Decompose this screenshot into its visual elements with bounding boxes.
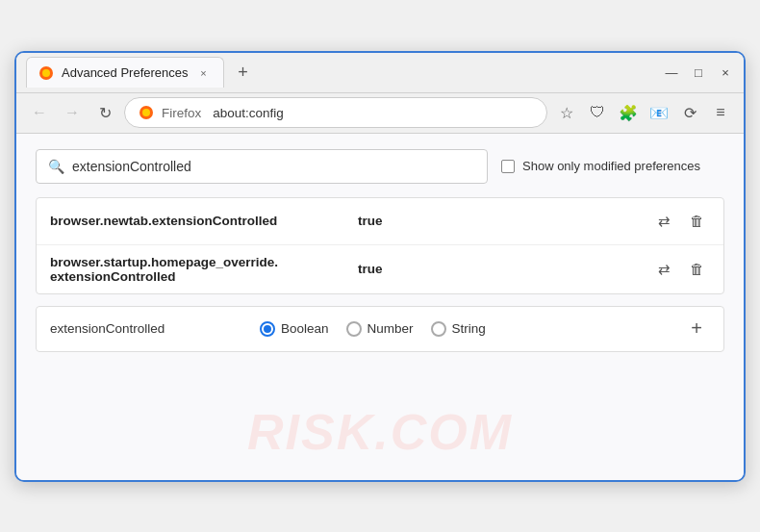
bookmark-icon[interactable]: ☆ (553, 99, 580, 126)
new-pref-name: extensionControlled (50, 321, 242, 336)
tab-favicon-icon (38, 65, 54, 81)
extension-icon[interactable]: 🧩 (615, 99, 642, 126)
shield-icon[interactable]: 🛡 (584, 99, 611, 126)
back-button[interactable]: ← (26, 99, 53, 126)
window-controls: — □ × (663, 63, 734, 81)
sync-icon[interactable]: ⟳ (676, 99, 703, 126)
browser-window: Advanced Preferences × + — □ × ← → ↻ Fir… (14, 51, 746, 482)
search-input[interactable]: extensionControlled (72, 159, 475, 174)
toolbar-icons: ☆ 🛡 🧩 📧 ⟳ ≡ (553, 99, 734, 126)
pref-value-1: true (358, 214, 641, 228)
search-icon: 🔍 (48, 159, 64, 174)
table-row: browser.startup.homepage_override. exten… (37, 245, 723, 293)
svg-point-3 (142, 109, 150, 116)
reload-button[interactable]: ↻ (91, 99, 118, 126)
search-box[interactable]: 🔍 extensionControlled (36, 149, 488, 184)
type-radio-group: Boolean Number String (260, 321, 486, 337)
page-content: 🔍 extensionControlled Show only modified… (16, 134, 744, 480)
delete-button-1[interactable]: 🗑 (683, 208, 710, 235)
pref-name-1: browser.newtab.extensionControlled (50, 214, 348, 228)
menu-icon[interactable]: ≡ (707, 99, 734, 126)
pref-name-2: browser.startup.homepage_override. exten… (50, 255, 348, 284)
boolean-radio[interactable]: Boolean (260, 321, 329, 337)
new-preference-row: extensionControlled Boolean Number Strin… (36, 306, 724, 352)
modified-preferences-row[interactable]: Show only modified preferences (501, 159, 700, 173)
pref-name-2-line2: extensionControlled (50, 269, 176, 284)
search-row: 🔍 extensionControlled Show only modified… (36, 149, 724, 184)
string-label: String (452, 321, 486, 336)
firefox-logo-icon (139, 105, 154, 120)
add-preference-button[interactable]: + (683, 316, 710, 342)
row-actions-2: ⇄ 🗑 (650, 256, 710, 283)
tab-title: Advanced Preferences (62, 65, 189, 80)
swap-button-1[interactable]: ⇄ (650, 208, 677, 235)
number-label: Number (367, 321, 414, 336)
modified-checkbox[interactable] (501, 160, 515, 173)
new-tab-button[interactable]: + (230, 59, 257, 86)
svg-point-1 (42, 69, 50, 77)
forward-button[interactable]: → (59, 99, 86, 126)
modified-label: Show only modified preferences (522, 159, 700, 173)
address-path: about:config (213, 106, 284, 120)
number-radio[interactable]: Number (346, 321, 414, 337)
string-radio[interactable]: String (431, 321, 486, 337)
address-bar[interactable]: Firefox about:config (124, 97, 547, 128)
pref-value-2: true (358, 262, 641, 276)
browser-tab[interactable]: Advanced Preferences × (26, 57, 224, 88)
mail-icon[interactable]: 📧 (646, 99, 672, 126)
pref-name-2-line1: browser.startup.homepage_override. (50, 255, 278, 269)
results-table: browser.newtab.extensionControlled true … (36, 197, 724, 294)
address-text: Firefox about:config (162, 106, 284, 120)
maximize-button[interactable]: □ (690, 63, 707, 81)
swap-button-2[interactable]: ⇄ (650, 256, 677, 283)
watermark: RISK.COM (247, 403, 513, 461)
minimize-button[interactable]: — (663, 63, 680, 81)
navigation-bar: ← → ↻ Firefox about:config ☆ 🛡 🧩 📧 ⟳ ≡ (16, 93, 744, 134)
number-radio-circle (346, 321, 362, 337)
boolean-label: Boolean (281, 321, 329, 336)
boolean-radio-circle (260, 321, 275, 337)
table-row: browser.newtab.extensionControlled true … (37, 198, 723, 245)
delete-button-2[interactable]: 🗑 (683, 256, 710, 283)
title-bar: Advanced Preferences × + — □ × (16, 53, 744, 93)
tab-close-button[interactable]: × (196, 65, 212, 81)
row-actions-1: ⇄ 🗑 (650, 208, 710, 235)
string-radio-circle (431, 321, 446, 337)
browser-name: Firefox (162, 106, 201, 120)
close-button[interactable]: × (717, 63, 734, 81)
